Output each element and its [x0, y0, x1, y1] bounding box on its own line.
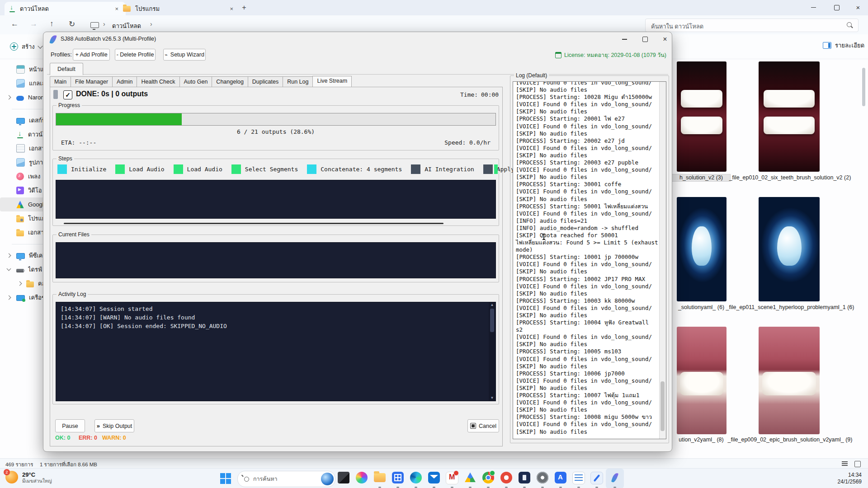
chevron-icon[interactable] — [7, 296, 11, 300]
start-button[interactable] — [220, 473, 231, 484]
weather-widget[interactable]: 2 29°C มีเมฆส่วนใหญ่ — [5, 471, 52, 483]
breadcrumb[interactable]: ดาวน์โหลด — [112, 21, 141, 31]
file-explorer-icon[interactable] — [371, 469, 389, 488]
steps-hscrollbar[interactable] — [64, 223, 443, 224]
cancel-button[interactable]: Cancel — [467, 419, 499, 432]
taskbar-search[interactable]: การค้นหา — [237, 471, 335, 487]
app-tab[interactable]: Health Check — [137, 76, 179, 87]
details-label: รายละเอียด — [835, 41, 864, 50]
notes-icon[interactable] — [570, 469, 588, 488]
app-tab[interactable]: Run Log — [283, 76, 312, 87]
photos-icon[interactable] — [353, 469, 371, 488]
open-indicator — [451, 487, 453, 488]
settings-gear-icon[interactable] — [533, 469, 552, 488]
scroll-down-icon[interactable]: ▼ — [491, 395, 494, 401]
profile-tab-default[interactable]: Default — [50, 63, 83, 75]
explorer-tab-program[interactable]: โปรแกรม × — [118, 2, 241, 15]
new-tab-button[interactable]: + — [239, 3, 250, 14]
app-tab[interactable]: Duplicates — [248, 76, 283, 87]
app-tab[interactable]: Auto Gen — [179, 76, 212, 87]
explorer-tab-downloads[interactable]: ดาวน์โหลด × — [5, 2, 126, 15]
app-tab[interactable]: Main — [50, 76, 71, 87]
file-thumbnail[interactable] — [677, 197, 726, 301]
scroll-up-icon[interactable]: ▲ — [491, 302, 494, 308]
log-scrollbar-thumb[interactable] — [660, 381, 665, 431]
sidebar-item-label: วิดีโอ — [28, 186, 42, 195]
forward-icon[interactable]: → — [30, 19, 38, 28]
log-line: [VOICE] Found 0 files in vdo_long_sound/ — [516, 101, 664, 108]
file-label[interactable]: _file_ep011_scene1_hyperloop_problemyaml… — [723, 304, 857, 318]
up-icon[interactable]: ↑ — [50, 19, 54, 28]
app-glyph — [500, 472, 512, 483]
file-thumbnail[interactable] — [677, 61, 726, 172]
chevron-icon[interactable] — [7, 95, 11, 100]
file-label[interactable]: _file_ep009_02_epic_brush_solution_v2yam… — [723, 436, 857, 443]
chevron-icon[interactable] — [7, 253, 11, 258]
log-lines: [VOICE] Found 0 files in vdo_long_sound/… — [516, 81, 664, 436]
file-thumbnail[interactable] — [759, 327, 820, 434]
a-app-icon[interactable] — [552, 469, 570, 488]
app-tab[interactable]: Live Stream — [312, 76, 352, 87]
this-pc-icon[interactable] — [90, 22, 99, 28]
explorer-maximize-button[interactable] — [826, 0, 847, 15]
time-label: Time: — [460, 91, 478, 98]
setup-wizard-button[interactable]: ⌁ Setup Wizard — [163, 49, 206, 61]
explorer-minimize-button[interactable] — [803, 0, 824, 15]
steps-legend: Steps — [57, 155, 74, 162]
app-tab[interactable]: Admin — [112, 76, 137, 87]
google-drive-icon[interactable] — [461, 469, 479, 488]
notification-badge — [490, 470, 495, 476]
new-button[interactable]: สร้าง — [6, 40, 46, 53]
app-glyph — [392, 472, 404, 483]
tab-close-icon[interactable]: × — [227, 5, 236, 12]
add-profile-button[interactable]: + Add Profile — [73, 49, 110, 61]
photos-dark-icon[interactable] — [335, 469, 353, 488]
file-thumbnail[interactable] — [759, 197, 820, 301]
log-panel[interactable]: [VOICE] Found 0 files in vdo_long_sound/… — [513, 81, 666, 439]
app-maximize-button[interactable] — [637, 33, 653, 45]
step-chip: Load Audio — [174, 164, 222, 174]
mail-icon[interactable] — [425, 469, 443, 488]
chevron-icon[interactable] — [18, 282, 22, 286]
file-label[interactable]: _solutionyaml_ (6) — [672, 304, 730, 311]
scrollbar-thumb[interactable] — [490, 309, 494, 332]
app-minimize-button[interactable] — [617, 33, 632, 45]
app-close-button[interactable]: × — [657, 33, 673, 45]
python-feather-icon[interactable] — [606, 469, 624, 488]
chevron-down-icon — [38, 43, 42, 48]
details-toggle-button[interactable]: รายละเอียด — [823, 41, 864, 50]
m-app-icon[interactable] — [443, 469, 461, 488]
err-counter: ERR: 0 — [79, 435, 97, 441]
store-grid-icon[interactable] — [389, 469, 407, 488]
red-app-icon[interactable] — [497, 469, 515, 488]
explorer-scrollbar[interactable] — [862, 68, 865, 106]
chrome-icon[interactable] — [479, 469, 497, 488]
explorer-close-button[interactable]: × — [848, 0, 868, 15]
log-scrollbar[interactable] — [659, 82, 666, 439]
edge-icon[interactable] — [407, 469, 425, 488]
open-indicator — [396, 487, 399, 488]
thumbnail-view-icon[interactable] — [854, 461, 861, 467]
app-tab[interactable]: File Manager — [71, 76, 112, 87]
search-input[interactable]: ค้นหาใน ดาวน์โหลด — [645, 19, 859, 32]
folder-icon — [123, 6, 131, 12]
back-icon[interactable]: ← — [11, 19, 19, 28]
app-tab[interactable]: Changelog — [212, 76, 247, 87]
pause-button[interactable]: Pause — [55, 419, 85, 432]
file-thumbnail[interactable] — [677, 327, 726, 434]
file-label[interactable]: h_solution_v2 (3) — [672, 174, 730, 181]
delete-profile-button[interactable]: - Delete Profile — [115, 49, 156, 61]
tools-icon[interactable] — [588, 469, 606, 488]
dark-app-icon[interactable] — [515, 469, 533, 488]
taskbar-clock[interactable]: 14:34 24/1/2569 — [838, 472, 862, 485]
file-label[interactable]: _file_ep010_02_six_teeth_brush_solution_… — [723, 174, 857, 181]
details-view-icon[interactable] — [842, 461, 848, 466]
skip-output-button[interactable]: » Skip Output — [94, 419, 134, 432]
chevron-icon[interactable] — [7, 267, 11, 271]
selection-info: 1 รายการที่เลือก 8.66 MB — [40, 460, 97, 469]
file-thumbnail[interactable] — [759, 61, 820, 172]
refresh-icon[interactable]: ↻ — [69, 19, 75, 29]
file-label[interactable]: ution_v2yaml_ (8) — [672, 436, 730, 443]
activity-log-scrollbar[interactable]: ▲ ▼ — [489, 302, 495, 401]
done-checkbox[interactable]: ✓ — [63, 90, 72, 99]
